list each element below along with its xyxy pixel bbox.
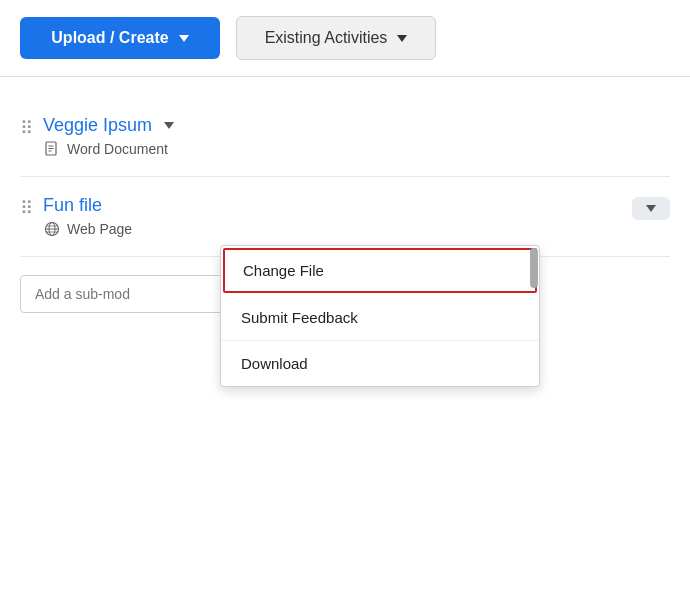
activity-subtitle: Web Page — [43, 220, 620, 238]
activity-expand-icon[interactable] — [164, 122, 174, 129]
menu-item-submit-feedback[interactable]: Submit Feedback — [221, 295, 539, 341]
menu-item-download[interactable]: Download — [221, 341, 539, 386]
upload-create-label: Upload / Create — [51, 29, 168, 47]
drag-handle-icon[interactable]: ⠿ — [20, 117, 31, 139]
activity-name: Fun file — [43, 195, 102, 216]
existing-chevron-icon — [397, 35, 407, 42]
upload-chevron-icon — [179, 35, 189, 42]
activity-info: Fun file Web Page — [43, 195, 620, 238]
activity-item: ⠿ Veggie Ipsum Word Document — [20, 97, 670, 177]
activity-subtitle: Word Document — [43, 140, 670, 158]
top-bar: Upload / Create Existing Activities — [0, 0, 690, 77]
existing-activities-label: Existing Activities — [265, 29, 388, 47]
dropdown-menu: Change File Submit Feedback Download — [220, 245, 540, 387]
upload-create-button[interactable]: Upload / Create — [20, 17, 220, 59]
add-submodule-input[interactable] — [20, 275, 240, 313]
dropdown-menu-inner: Change File Submit Feedback Download — [221, 248, 539, 386]
globe-icon — [43, 220, 61, 238]
existing-activities-button[interactable]: Existing Activities — [236, 16, 436, 60]
activity-title: Veggie Ipsum — [43, 115, 670, 136]
activity-item: ⠿ Fun file Web Page — [20, 177, 670, 257]
document-icon — [43, 140, 61, 158]
drag-handle-icon[interactable]: ⠿ — [20, 197, 31, 219]
activity-type: Word Document — [67, 141, 168, 157]
activity-dropdown-button[interactable] — [632, 197, 670, 220]
activity-type: Web Page — [67, 221, 132, 237]
menu-item-change-file[interactable]: Change File — [223, 248, 537, 293]
activity-title: Fun file — [43, 195, 620, 216]
scrollbar[interactable] — [529, 248, 539, 386]
scroll-thumb — [530, 248, 538, 288]
activity-dropdown-icon — [646, 205, 656, 212]
content-area: ⠿ Veggie Ipsum Word Document ⠿ — [0, 77, 690, 323]
activity-info: Veggie Ipsum Word Document — [43, 115, 670, 158]
activity-name: Veggie Ipsum — [43, 115, 152, 136]
